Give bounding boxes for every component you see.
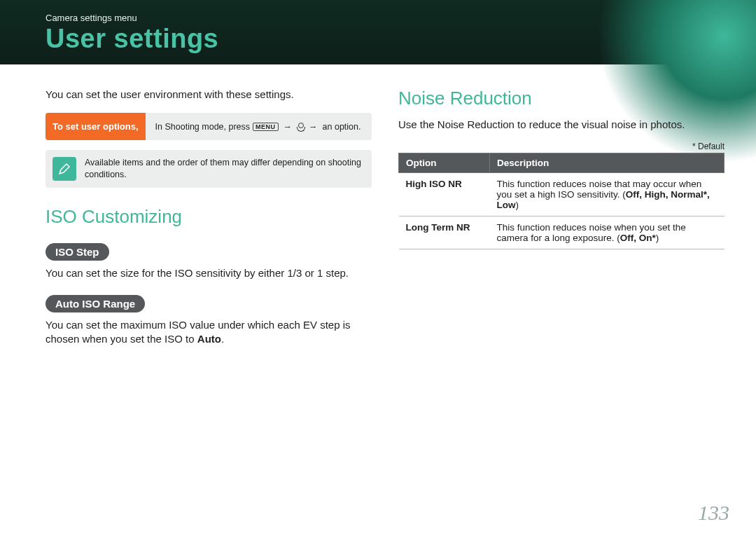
iso-customizing-heading: ISO Customizing <box>46 206 372 228</box>
options-table: Option Description High ISO NR This func… <box>398 153 724 249</box>
noise-reduction-heading: Noise Reduction <box>398 88 724 109</box>
arrow-icon: → <box>309 122 318 132</box>
instruction-tag: To set user options, <box>46 113 146 140</box>
breadcrumb: Camera settings menu <box>46 13 137 23</box>
page-number: 133 <box>698 501 729 525</box>
desc-tail: ) <box>656 233 659 243</box>
instruction-row: To set user options, In Shooting mode, p… <box>46 113 372 140</box>
corner-decor <box>707 0 756 64</box>
desc-tail: ) <box>516 200 519 210</box>
arrow-icon: → <box>284 122 293 132</box>
note-box: Available items and the order of them ma… <box>46 150 372 188</box>
intro-text: You can set the user environment with th… <box>46 88 372 102</box>
th-option: Option <box>399 153 490 173</box>
desc-opts: Off, On* <box>620 233 656 243</box>
instruction-tail: an option. <box>323 122 361 132</box>
table-row: Long Term NR This function reduces noise… <box>399 217 724 249</box>
page-title: User settings <box>46 24 218 54</box>
iso-step-pill: ISO Step <box>46 243 109 261</box>
th-description: Description <box>490 153 724 173</box>
option-name: Long Term NR <box>399 217 490 249</box>
instruction-lead: In Shooting mode, press <box>155 122 251 132</box>
user-icon <box>297 123 304 131</box>
note-text: Available items and the order of them ma… <box>85 157 362 181</box>
page: Camera settings menu User settings You c… <box>0 0 756 536</box>
header-band: Camera settings menu User settings <box>0 0 756 64</box>
menu-key-icon: MENU <box>253 123 279 131</box>
pen-icon <box>52 157 76 181</box>
table-row: High ISO NR This function reduces noise … <box>399 173 724 217</box>
noise-reduction-body: Use the Noise Reduction to reduce the vi… <box>398 118 724 132</box>
auto-iso-body: You can set the maximum ISO value under … <box>46 318 372 347</box>
option-desc: This function reduces noise that may occ… <box>490 173 724 217</box>
default-footnote: * Default <box>398 142 724 151</box>
option-name: High ISO NR <box>399 173 490 217</box>
option-desc: This function reduces noise when you set… <box>490 217 724 249</box>
instruction-body: In Shooting mode, press MENU → → an opti… <box>146 113 372 140</box>
auto-iso-body-c: . <box>221 333 224 345</box>
right-column: Noise Reduction Use the Noise Reduction … <box>398 88 724 356</box>
auto-iso-range-pill: Auto ISO Range <box>46 295 145 312</box>
left-column: You can set the user environment with th… <box>46 88 372 356</box>
iso-step-body: You can set the size for the ISO sensiti… <box>46 266 372 280</box>
content: You can set the user environment with th… <box>46 88 724 501</box>
auto-iso-body-b: Auto <box>197 333 221 345</box>
